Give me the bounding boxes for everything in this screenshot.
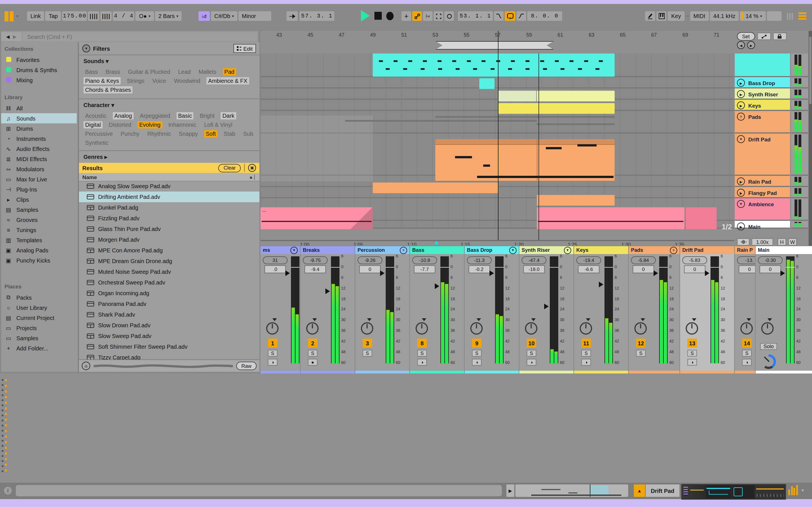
chain-collapse-caret[interactable]: ▼ xyxy=(801,489,805,492)
volume-field[interactable]: 0 xyxy=(739,265,755,273)
peak-level[interactable]: -9.26 xyxy=(357,256,382,264)
pan-knob[interactable] xyxy=(470,322,483,335)
solo-button[interactable]: S xyxy=(581,350,591,356)
logo-menu-caret[interactable]: ▾ xyxy=(16,14,18,18)
loop-brace[interactable] xyxy=(435,41,554,50)
pan-knob[interactable] xyxy=(266,322,278,335)
channel-name[interactable]: Bass xyxy=(412,247,424,253)
filter-tag[interactable]: Dark xyxy=(221,112,236,119)
midi-note[interactable] xyxy=(477,176,613,178)
pan-knob[interactable] xyxy=(580,322,592,335)
capture-midi-icon[interactable] xyxy=(434,11,443,21)
computer-midi-keyboard-icon[interactable] xyxy=(657,11,667,21)
sort-icon[interactable]: ▲│ xyxy=(249,174,256,179)
channel-name[interactable]: Bass Drop xyxy=(467,247,492,253)
library-item[interactable]: ▤ Samples xyxy=(1,205,77,215)
channel-fold-icon[interactable]: ▼ xyxy=(564,246,571,254)
filter-tag[interactable]: Rhythmic xyxy=(146,130,172,137)
filter-tag[interactable]: Stab xyxy=(222,130,237,137)
collection-item[interactable]: Mixing xyxy=(1,75,77,85)
filter-tag[interactable]: Sub xyxy=(242,130,255,137)
peak-level[interactable]: -11.3 xyxy=(467,256,492,264)
track-name[interactable]: Keys xyxy=(748,102,761,108)
peak-level[interactable]: -19.4 xyxy=(576,256,601,264)
arm-button[interactable]: ◑ xyxy=(581,359,591,365)
lock-icon[interactable] xyxy=(773,33,786,40)
library-item[interactable]: ‖‖ All xyxy=(1,103,77,113)
waveform-zoom-icon[interactable] xyxy=(737,238,749,245)
show-device-chain-icon[interactable]: ▲ xyxy=(634,485,645,497)
filter-tag[interactable]: Digital xyxy=(84,121,103,128)
collection-item[interactable]: Drums & Synths xyxy=(1,65,77,75)
mixer-channel[interactable]: Rain P ▼ ≡ -13. 0 6061218243036424860 14 xyxy=(735,246,755,374)
filter-tag[interactable]: Basic xyxy=(176,112,194,119)
follow-icon[interactable] xyxy=(287,11,298,21)
solo-button[interactable]: S xyxy=(308,350,317,356)
peak-level[interactable]: -0.30 xyxy=(758,256,783,264)
arrangement-overview[interactable] xyxy=(515,485,628,497)
track-lane[interactable] xyxy=(260,100,734,111)
arm-button[interactable]: ◑ xyxy=(527,359,536,365)
places-item[interactable]: ▭ Samples xyxy=(1,333,77,343)
track-header[interactable]: ▶ ▼ ≡ Bass Drop xyxy=(735,77,790,89)
filters-collapse-icon[interactable]: ▼ xyxy=(82,45,90,52)
clip[interactable] xyxy=(537,207,684,229)
track-header[interactable]: ▶ ▼ ≡ Keys xyxy=(735,100,790,111)
filter-tag[interactable]: Woodwind xyxy=(172,77,202,84)
result-item[interactable]: Fizzling Pad.adv xyxy=(79,213,259,224)
result-item[interactable]: Dunkel Pad.adg xyxy=(79,202,259,213)
volume-fader-handle[interactable] xyxy=(285,270,290,276)
solo-button[interactable]: S xyxy=(268,350,277,356)
solo-button[interactable]: S xyxy=(688,350,697,356)
filter-tag[interactable]: Lofi & Vinyl xyxy=(202,121,234,128)
cpu-meter[interactable]: 14 %▾ xyxy=(740,11,765,21)
channel-name[interactable]: Synth Riser xyxy=(522,247,550,253)
preferences-menu-icon[interactable] xyxy=(799,12,806,20)
channel-name[interactable]: Pads xyxy=(631,247,643,253)
filter-tag[interactable]: Acoustic xyxy=(84,112,108,119)
volume-fader-handle[interactable] xyxy=(780,270,785,276)
mixer-channel[interactable]: ms ▼ ≡ 31 .0 6061218243036424860 1 xyxy=(260,246,300,374)
filter-tag[interactable]: Distorted xyxy=(107,121,133,128)
arm-button[interactable]: ◑ xyxy=(742,359,752,365)
character-filter-label[interactable]: Character ▾ xyxy=(84,102,114,108)
track-number-button[interactable]: 11 xyxy=(581,339,591,348)
session-record-icon[interactable] xyxy=(444,11,454,21)
group-track-icon[interactable]: ≡ xyxy=(737,113,745,121)
key-map-button[interactable]: Key xyxy=(668,11,684,21)
track-unfold-icon[interactable]: ▼ xyxy=(737,135,745,143)
channel-name[interactable]: Main xyxy=(758,247,769,253)
track-name[interactable]: Bass Drop xyxy=(748,80,775,86)
library-item[interactable]: ▥ Templates xyxy=(1,235,77,245)
track-number-button[interactable]: 9 xyxy=(472,339,481,348)
solo-button[interactable]: S xyxy=(417,350,427,356)
track-fold-icon[interactable]: ▶ xyxy=(737,177,745,185)
volume-field[interactable]: -7.7 xyxy=(414,265,435,273)
solo-button[interactable]: S xyxy=(527,350,536,356)
set-locator-button[interactable]: Set xyxy=(737,32,755,41)
track-name[interactable]: Ambience xyxy=(748,201,774,207)
scale-awareness-icon[interactable]: ♭♯ xyxy=(199,11,210,21)
info-icon[interactable]: i xyxy=(4,487,12,495)
track-number-button[interactable]: 12 xyxy=(636,339,646,348)
crossfader-knob[interactable] xyxy=(761,354,776,369)
filter-tag[interactable]: Strings xyxy=(125,77,146,84)
track-header[interactable]: ▶ ▼ ≡ Ambience xyxy=(735,198,790,221)
device-chain-thumbnails[interactable] xyxy=(681,484,786,500)
track-number-button[interactable]: 1 xyxy=(268,339,277,348)
midi-note[interactable] xyxy=(483,165,490,167)
arm-button[interactable]: ◑ xyxy=(472,359,481,365)
solo-button[interactable]: Solo xyxy=(760,343,777,350)
arm-button[interactable]: ◑ xyxy=(268,359,277,365)
midi-note[interactable] xyxy=(546,147,562,149)
track-number-button[interactable]: 10 xyxy=(527,339,536,348)
channel-group-icon[interactable]: ≡ xyxy=(670,246,677,254)
filter-tag[interactable]: Guitar & Plucked xyxy=(126,68,172,75)
track-header[interactable]: ▶ ▼ ≡ xyxy=(735,54,790,77)
volume-fader-handle[interactable] xyxy=(325,288,330,294)
library-item[interactable]: ≣ MIDI Effects xyxy=(1,154,77,164)
midi-map-button[interactable]: MIDI xyxy=(690,11,709,21)
library-item[interactable]: ▸ Clips xyxy=(1,194,77,205)
library-item[interactable]: ≡ Tunings xyxy=(1,225,77,235)
peak-level[interactable]: -5.83 xyxy=(682,256,707,264)
